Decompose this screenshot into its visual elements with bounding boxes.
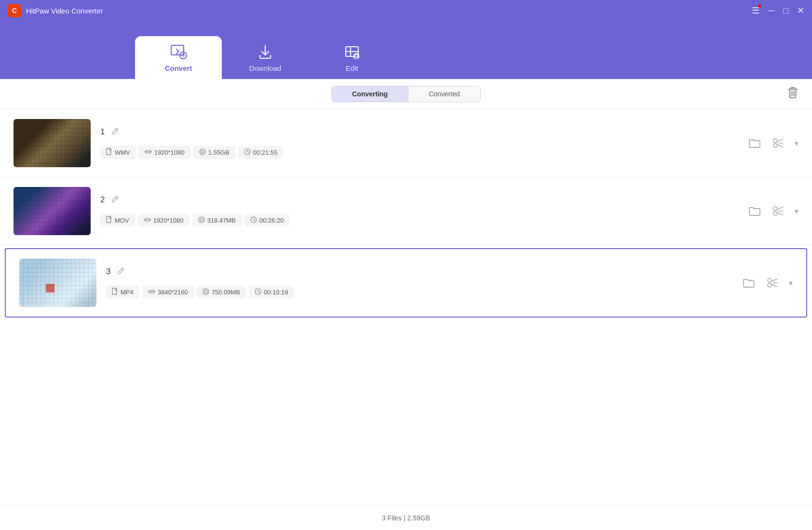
file-icon-2 [106, 216, 112, 225]
size-chip-2: 318.47MB [192, 214, 242, 227]
file-actions-1: ▾ [746, 136, 798, 150]
status-bar: 3 Files | 2.59GB [0, 505, 812, 530]
status-text: 3 Files | 2.59GB [382, 514, 430, 522]
resolution-chip-2: 1920*1080 [138, 214, 189, 226]
svg-rect-24 [107, 216, 111, 223]
format-chip-3: MP4 [106, 285, 139, 299]
svg-point-27 [200, 218, 203, 221]
thumbnail-accent-3 [46, 284, 54, 292]
svg-point-18 [773, 144, 777, 147]
thumbnail-2 [14, 187, 91, 235]
thumbnail-1 [14, 119, 91, 167]
open-folder-button-2[interactable] [746, 204, 763, 218]
table-row: 1 WMV 1920*1080 [0, 109, 812, 177]
cut-dropdown-arrow-3[interactable]: ▾ [789, 278, 793, 288]
duration-label-2: 00:26:20 [259, 217, 284, 224]
tab-download-label: Download [249, 64, 282, 72]
size-label-1: 1.55GB [208, 149, 230, 156]
nav-bar: Convert Download Edit [0, 21, 812, 79]
file-meta-3: MP4 3840*2160 750.09MB [106, 285, 731, 299]
svg-line-20 [777, 139, 783, 142]
edit-name-icon-2[interactable] [111, 195, 119, 205]
file-number-row-2: 2 [100, 195, 737, 205]
folder-icon-3 [743, 278, 755, 288]
format-label-2: MOV [115, 217, 129, 224]
cut-dropdown-arrow-2[interactable]: ▾ [795, 207, 798, 216]
title-bar-controls: ☰ ─ □ ✕ [752, 6, 804, 15]
main-content: 1 WMV 1920*1080 [0, 109, 812, 505]
sub-tab-converting[interactable]: Converting [332, 86, 408, 102]
resolution-icon-3 [148, 288, 155, 296]
size-icon-2 [198, 216, 205, 225]
duration-chip-1: 00:21:55 [238, 146, 284, 159]
format-chip-2: MOV [100, 213, 135, 227]
file-meta-2: MOV 1920*1080 318.47MB [100, 213, 737, 227]
clock-icon-3 [255, 288, 261, 296]
cut-button-1[interactable] [771, 136, 787, 150]
svg-line-23 [116, 197, 117, 199]
table-row: 3 MP4 3840*2160 [5, 248, 807, 318]
size-label-2: 318.47MB [207, 217, 236, 224]
open-folder-button-1[interactable] [746, 136, 763, 150]
file-actions-3: ▾ [741, 276, 793, 290]
file-actions-2: ▾ [746, 204, 798, 218]
sub-tabs-group: Converting Converted [331, 86, 480, 102]
size-icon-3 [203, 288, 209, 296]
svg-point-40 [204, 290, 207, 293]
resolution-chip-3: 3840*2160 [142, 286, 194, 298]
clock-icon-1 [244, 148, 251, 157]
tab-download[interactable]: Download [222, 37, 309, 79]
svg-line-10 [116, 129, 117, 131]
file-number-row-1: 1 [100, 127, 737, 137]
close-button[interactable]: ✕ [797, 6, 804, 15]
resolution-chip-1: 1920*1080 [139, 146, 190, 159]
svg-point-31 [773, 212, 777, 215]
edit-name-icon-1[interactable] [111, 127, 119, 137]
format-label-1: WMV [115, 149, 130, 156]
svg-point-13 [200, 149, 205, 155]
minimize-button[interactable]: ─ [768, 6, 774, 15]
duration-label-1: 00:21:55 [253, 149, 278, 156]
file-number-row-3: 3 [106, 267, 731, 277]
sub-tab-converted[interactable]: Converted [408, 86, 480, 102]
tab-edit[interactable]: Edit [309, 37, 395, 79]
svg-point-32 [773, 207, 777, 211]
svg-line-47 [771, 284, 777, 287]
maximize-button[interactable]: □ [783, 6, 788, 15]
tab-edit-label: Edit [346, 64, 358, 72]
duration-label-3: 00:10:19 [264, 289, 288, 296]
scissors-icon-2 [772, 206, 785, 216]
file-icon-1 [106, 148, 112, 157]
clock-icon-2 [250, 216, 257, 225]
open-folder-button-3[interactable] [741, 276, 757, 290]
resolution-icon-2 [144, 216, 151, 224]
tab-convert[interactable]: Convert [135, 36, 222, 79]
convert-icon [170, 43, 187, 60]
edit-name-icon-3[interactable] [117, 267, 125, 277]
svg-point-39 [203, 289, 209, 294]
svg-point-19 [773, 139, 777, 143]
cut-button-3[interactable] [765, 276, 781, 290]
svg-line-21 [777, 145, 783, 147]
svg-line-17 [247, 152, 249, 153]
svg-line-43 [258, 292, 259, 292]
svg-line-36 [122, 269, 123, 270]
file-info-3: 3 MP4 3840*2160 [106, 267, 731, 299]
title-bar-left: C HitPaw Video Converter [8, 4, 103, 17]
file-info-1: 1 WMV 1920*1080 [100, 127, 737, 159]
resolution-icon-1 [145, 148, 152, 156]
format-chip-1: WMV [100, 146, 136, 159]
app-title: HitPaw Video Converter [26, 7, 103, 15]
file-info-2: 2 MOV 1920*1080 [100, 195, 737, 227]
cut-button-2[interactable] [771, 204, 787, 218]
notification-dot [758, 4, 761, 8]
size-icon-1 [199, 148, 206, 157]
svg-point-26 [199, 217, 204, 223]
svg-line-30 [254, 220, 255, 221]
duration-chip-2: 00:26:20 [244, 214, 290, 227]
cut-dropdown-arrow-1[interactable]: ▾ [795, 139, 798, 148]
menu-button[interactable]: ☰ [752, 6, 759, 15]
file-icon-3 [112, 288, 118, 296]
delete-all-button[interactable] [787, 86, 798, 102]
edit-icon [344, 44, 360, 60]
